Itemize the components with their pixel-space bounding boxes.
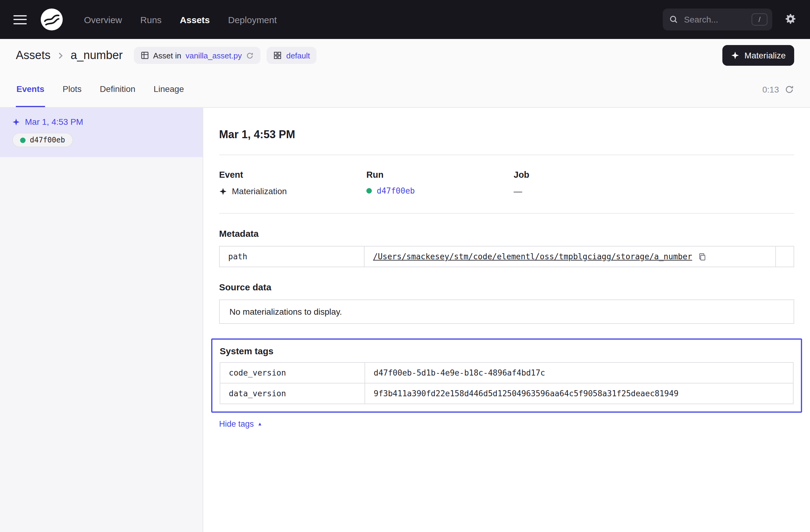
group-icon [274,51,282,60]
materialize-label: Materialize [745,50,785,60]
run-chip[interactable]: d47f00eb [12,133,73,147]
asset-file-link[interactable]: vanilla_asset.py [185,51,242,60]
run-column: Run d47f00eb [366,170,514,196]
table-row: data_version 9f3b411a390fd22e158d446d5d1… [220,383,793,404]
event-timestamp: Mar 1, 4:53 PM [25,117,83,127]
breadcrumb: Assets a_number Asset in vanilla_asset.p… [0,39,810,72]
nav-assets[interactable]: Assets [180,14,210,25]
menu-icon[interactable] [13,15,27,24]
job-column: Job — [514,170,661,196]
run-id: d47f00eb [30,136,65,144]
metadata-actions-cell [776,246,794,267]
asset-group-chip[interactable]: default [267,47,317,64]
event-title: Mar 1, 4:53 PM [219,128,794,141]
job-label: Job [514,170,661,180]
event-label: Event [219,170,366,180]
table-icon [140,51,149,60]
metadata-key-cell: path [220,246,364,267]
system-tags-section: System tags code_version d47f00eb-5d1b-4… [211,338,802,413]
sparkle-icon [731,51,740,60]
copy-icon[interactable] [698,252,707,261]
tag-value-cell: d47f00eb-5d1b-4e9e-b18c-4896af4bd17c [365,362,793,383]
breadcrumb-assets[interactable]: Assets [16,49,50,62]
sparkle-icon [12,118,20,126]
hide-tags-link[interactable]: Hide tags ▲ [219,419,262,429]
search-placeholder: Search... [684,15,746,25]
top-navbar: Overview Runs Assets Deployment Search..… [0,0,810,39]
group-link[interactable]: default [286,51,310,60]
metadata-table: path /Users/smackesey/stm/code/elementl/… [219,246,794,267]
page-header: Assets a_number Asset in vanilla_asset.p… [0,39,810,108]
events-sidebar: Mar 1, 4:53 PM d47f00eb [0,108,203,532]
reload-icon[interactable] [246,51,254,59]
run-link[interactable]: d47f00eb [377,186,415,195]
hide-tags-label: Hide tags [219,419,254,429]
divider [219,155,794,155]
nav-deployment[interactable]: Deployment [228,14,277,25]
refresh-timer: 0:13 [763,85,779,94]
event-type-value: Materialization [232,186,287,196]
tab-plots[interactable]: Plots [62,72,82,107]
code-version-value: d47f00eb-5d1b-4e9e-b18c-4896af4bd17c [374,368,545,377]
asset-chip-prefix: Asset in [153,51,181,60]
gear-icon[interactable] [784,13,797,26]
metadata-value-cell: /Users/smackesey/stm/code/elementl/oss/t… [364,246,776,267]
run-label: Run [366,170,514,180]
tag-key-cell: code_version [220,362,365,383]
search-input[interactable]: Search... / [663,9,772,30]
tabs-bar: Events Plots Definition Lineage 0:13 [0,72,810,107]
event-list-item[interactable]: Mar 1, 4:53 PM d47f00eb [0,108,202,157]
table-row: code_version d47f00eb-5d1b-4e9e-b18c-489… [220,362,793,383]
run-status-dot [366,188,372,194]
search-shortcut-hint: / [751,13,767,26]
job-value: — [514,186,661,196]
tab-definition[interactable]: Definition [99,72,136,107]
tag-key-cell: data_version [220,383,365,404]
caret-up-icon: ▲ [257,421,262,426]
tab-events[interactable]: Events [16,72,45,107]
refresh-icon[interactable] [784,85,794,94]
nav-runs[interactable]: Runs [140,14,162,25]
table-row: path /Users/smackesey/stm/code/elementl/… [220,246,794,267]
breadcrumb-chevron-icon [56,51,65,59]
source-data-empty-message: No materializations to display. [219,300,794,324]
event-summary-columns: Event Materialization Run d47f00eb Job — [219,170,794,196]
event-column: Event Materialization [219,170,366,196]
data-version-value: 9f3b411a390fd22e158d446d5d12504963596aa6… [374,389,679,398]
metadata-heading: Metadata [219,228,794,239]
event-detail-panel: Mar 1, 4:53 PM Event Materialization Run… [203,108,810,532]
main-nav: Overview Runs Assets Deployment [84,14,277,25]
search-icon [669,15,679,25]
page-title: a_number [70,49,123,62]
materialize-button[interactable]: Materialize [723,45,794,66]
system-tags-heading: System tags [220,346,794,356]
tag-value-cell: 9f3b411a390fd22e158d446d5d12504963596aa6… [365,383,793,404]
asset-definition-chip[interactable]: Asset in vanilla_asset.py [133,47,261,64]
dagster-logo[interactable] [40,8,63,31]
sparkle-icon [219,187,227,195]
nav-overview[interactable]: Overview [84,14,122,25]
tab-lineage[interactable]: Lineage [153,72,185,107]
metadata-path-link[interactable]: /Users/smackesey/stm/code/elementl/oss/t… [373,252,692,261]
source-data-heading: Source data [219,282,794,292]
divider [219,213,794,214]
system-tags-table: code_version d47f00eb-5d1b-4e9e-b18c-489… [220,362,794,404]
app-window: Overview Runs Assets Deployment Search..… [0,0,810,532]
run-status-dot [20,137,26,143]
